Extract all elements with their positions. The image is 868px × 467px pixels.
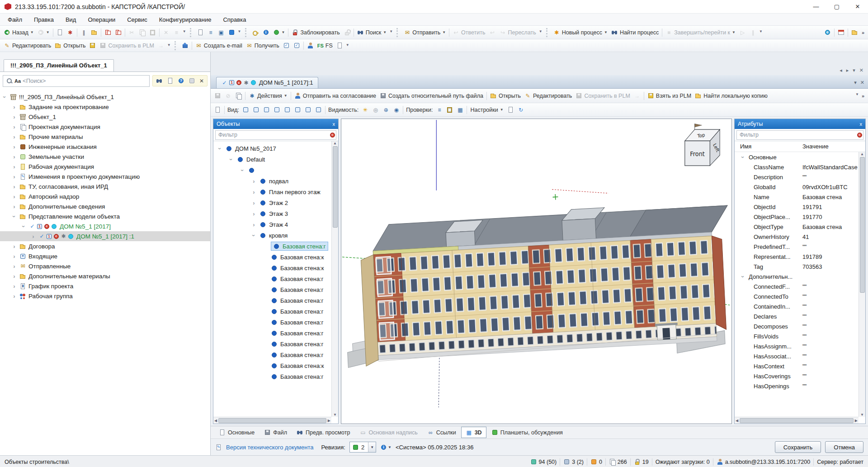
copy-button[interactable] bbox=[137, 28, 147, 37]
fs-button[interactable]: FSFS bbox=[316, 41, 335, 50]
tab-scroll-right-icon[interactable]: ▸ bbox=[846, 67, 849, 73]
collapse-icon[interactable]: › bbox=[217, 146, 223, 152]
list-button[interactable]: ≡ bbox=[434, 105, 444, 114]
monitor-button[interactable] bbox=[226, 28, 237, 37]
project-tab[interactable]: !!!_2905_ПЗ_Линейный Объект_1 bbox=[4, 59, 114, 71]
tree-item[interactable]: ›Рабочая группа bbox=[0, 291, 210, 301]
attribute-row[interactable]: GlobalId09rvdXOfr1uBTC bbox=[735, 182, 859, 192]
savegray-button[interactable]: Сохранить в PLM bbox=[574, 91, 632, 100]
menu-1[interactable]: Правка bbox=[28, 14, 60, 25]
play-button[interactable]: ▷ bbox=[737, 28, 748, 37]
tree-item[interactable]: ›✓1cДОМ №5_1 [2017] bbox=[0, 221, 210, 231]
expand-icon[interactable]: › bbox=[11, 174, 17, 180]
cube-button[interactable] bbox=[292, 105, 303, 114]
save-button[interactable]: Сохранить bbox=[775, 441, 821, 453]
expand-icon[interactable]: › bbox=[11, 184, 17, 190]
attributes-vertical-scrollbar[interactable]: ▲▼ bbox=[859, 152, 865, 417]
sphere-button[interactable]: e bbox=[822, 28, 833, 37]
object-tree-item[interactable]: Базовая стена:г bbox=[213, 241, 331, 252]
toolbar-overflow-icon[interactable]: ▼ bbox=[538, 26, 543, 39]
binoc-button[interactable]: Поиск▼ bbox=[355, 28, 389, 37]
expand-icon[interactable]: › bbox=[11, 164, 17, 170]
attribute-row[interactable]: OwnerHistory41 bbox=[735, 232, 859, 242]
attribute-row[interactable]: ObjectTypeБазовая стена bbox=[735, 222, 859, 232]
tree-button[interactable] bbox=[103, 28, 113, 37]
close-tab-icon[interactable]: ✕ bbox=[860, 80, 864, 86]
bottom-tab-1[interactable]: Файл bbox=[259, 427, 292, 438]
mailfwd-button[interactable]: ↪Переслать bbox=[498, 28, 538, 37]
object-tree-item[interactable]: Базовая стена:г bbox=[213, 273, 331, 284]
expand-icon[interactable]: › bbox=[11, 204, 17, 210]
tree-item[interactable]: ›Представление модели объекта bbox=[0, 211, 210, 221]
expand-icon[interactable]: › bbox=[11, 104, 17, 110]
tree-item[interactable]: ›Дополнительные сведения bbox=[0, 201, 210, 211]
menu-3[interactable]: Операции bbox=[82, 14, 121, 25]
column-name[interactable]: Имя bbox=[735, 143, 802, 150]
object-tree-item[interactable]: Базовая стена:к bbox=[213, 252, 331, 262]
object-tree-item[interactable]: Базовая стена:г bbox=[213, 284, 331, 295]
sheet-button[interactable] bbox=[505, 105, 516, 114]
tree-item[interactable]: ›Инженерные изыскания bbox=[0, 142, 210, 152]
savegray-button[interactable]: Сохранить в PLM bbox=[98, 41, 156, 50]
paste-button[interactable] bbox=[444, 105, 455, 114]
binoc-button[interactable]: Найти процесс bbox=[609, 28, 660, 37]
windows-button[interactable]: ▣ bbox=[216, 28, 226, 37]
paste-button[interactable] bbox=[147, 28, 158, 37]
tree-item[interactable]: ›ТУ, согласования, иная ИРД bbox=[0, 181, 210, 191]
tree-item[interactable]: ›✉Отправленные bbox=[0, 261, 210, 271]
expand-icon[interactable]: › bbox=[11, 134, 17, 140]
cube-button[interactable] bbox=[261, 105, 272, 114]
cube-button[interactable] bbox=[251, 105, 261, 114]
disky-button[interactable]: Взять из PLM bbox=[646, 91, 693, 100]
attribute-row[interactable]: HasCoverings"" bbox=[735, 371, 859, 381]
objects-horizontal-scrollbar[interactable]: ◀▶ bbox=[213, 417, 331, 424]
tree-item[interactable]: ›Объект_1 bbox=[0, 112, 210, 122]
pin-tab-icon[interactable]: ▾ bbox=[854, 80, 857, 86]
expand-icon[interactable]: › bbox=[11, 253, 17, 259]
orientation-cube[interactable]: Front Top Left bbox=[685, 124, 721, 166]
tree-item[interactable]: ›✓1c✱ДОМ №5_1 [2017] :1 bbox=[0, 231, 210, 241]
attribute-row[interactable]: Decomposes"" bbox=[735, 321, 859, 331]
attribute-row[interactable]: HasAssignm..."" bbox=[735, 341, 859, 351]
close-attributes-panel-icon[interactable]: x bbox=[860, 121, 863, 127]
object-tree-item[interactable]: Базовая стена:г bbox=[213, 371, 331, 382]
toolbar-overflow-icon[interactable]: ▼ bbox=[345, 39, 350, 52]
collapse-icon[interactable]: › bbox=[11, 214, 17, 219]
object-tree-item[interactable]: ›Этаж 2 bbox=[213, 197, 331, 208]
attribute-row[interactable]: ClassNameIfcWallStandardCase bbox=[735, 162, 859, 172]
disky-button[interactable] bbox=[87, 41, 98, 50]
object-tree-item[interactable]: Базовая стена:г bbox=[213, 349, 331, 360]
version-link[interactable]: Версия технического документа bbox=[226, 444, 314, 451]
attribute-row[interactable]: ConnectedTo"" bbox=[735, 291, 859, 301]
del-button[interactable]: ✕ bbox=[161, 28, 171, 37]
maximize-button[interactable]: ▢ bbox=[826, 0, 847, 14]
object-tree-item[interactable]: Базовая стена:г bbox=[213, 338, 331, 349]
tree-item[interactable]: ›▾Входящие bbox=[0, 251, 210, 261]
chk-button[interactable]: ✓ bbox=[292, 41, 302, 50]
cut-button[interactable]: ✂ bbox=[127, 28, 137, 37]
cube-button[interactable] bbox=[272, 105, 282, 114]
toolbar-overflow-icon[interactable]: ▼ bbox=[758, 26, 764, 39]
foldsearch-button[interactable]: Найти локальную копию bbox=[693, 91, 769, 100]
expand-icon[interactable]: › bbox=[30, 234, 36, 239]
tree-item[interactable]: ›▮График проекта bbox=[0, 281, 210, 291]
expand-icon[interactable]: › bbox=[11, 283, 17, 289]
attribute-row[interactable]: HasOpenings"" bbox=[735, 381, 859, 391]
house-button[interactable] bbox=[180, 41, 190, 50]
object-tree-item[interactable]: Базовая стена:к bbox=[213, 262, 331, 273]
globe-button[interactable]: ▼ bbox=[271, 28, 287, 37]
back-button[interactable]: ◀Назад▼ bbox=[2, 28, 36, 37]
revision-dropdown-icon[interactable]: ▼ bbox=[368, 442, 376, 452]
toolbar-overflow-icon[interactable]: ▼ bbox=[237, 26, 242, 39]
split-button[interactable]: ∥ bbox=[79, 28, 89, 37]
cube-button[interactable] bbox=[241, 105, 251, 114]
collapse-icon[interactable]: › bbox=[240, 167, 245, 173]
toolbar-overflow-icon[interactable]: ▼ bbox=[854, 89, 860, 103]
objects-filter-input[interactable] bbox=[216, 132, 329, 138]
docarr-button[interactable]: → bbox=[156, 41, 166, 50]
cancel-button[interactable]: ⊘ bbox=[223, 91, 233, 100]
unlock-button[interactable] bbox=[342, 28, 352, 37]
search-input[interactable] bbox=[23, 77, 146, 84]
object-tree-item[interactable]: ›подвал bbox=[213, 176, 331, 186]
gear-button[interactable]: ✱Новый процесс▼ bbox=[552, 28, 609, 37]
